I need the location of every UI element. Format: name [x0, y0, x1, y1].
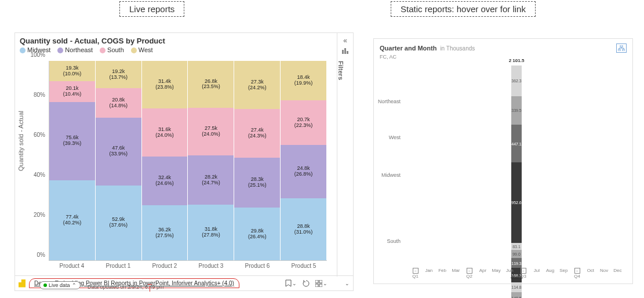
quarter-drill-icon[interactable]: − [521, 268, 526, 274]
bar-column[interactable]: 52.9k(37.6%)47.6k(33.9%)20.8k(14.8%)19.2… [96, 61, 142, 260]
quarter-drill-icon[interactable]: − [467, 268, 472, 274]
bar-segment[interactable]: 31.4k(23.8%) [142, 61, 188, 108]
bar-segment[interactable]: 952.6 [511, 162, 522, 243]
stacked-bar: 394.7140.5114.8 [511, 282, 522, 298]
x-tick: Product 1 [95, 263, 141, 273]
y-tick: 20% [34, 212, 45, 218]
bar-segment[interactable]: 99.0 [511, 250, 522, 258]
stacked-bar-chart[interactable]: 77.4k(40.2%)75.6k(39.3%)20.1k(10.4%)19.3… [49, 61, 327, 261]
bar-segment[interactable]: 20.8k(14.8%) [96, 88, 141, 118]
bar-segment[interactable]: 27.3k(24.2%) [234, 61, 280, 109]
bar-segment[interactable]: 32.4k(24.6%) [142, 157, 188, 206]
bar-segment[interactable]: 83.1 [511, 243, 522, 250]
legend-item[interactable]: Northeast [57, 46, 93, 53]
bar-segment[interactable]: 18.4k(19.9%) [281, 61, 326, 100]
chart-title: Quantity sold - Actual, COGS by Product [15, 33, 353, 46]
x-tick: May [490, 268, 503, 279]
collapse-icon[interactable]: « [337, 37, 353, 45]
svg-rect-5 [315, 284, 318, 287]
filters-pane-collapsed[interactable]: « Filters [337, 33, 353, 277]
bar-segment[interactable]: 47.6k(33.9%) [96, 118, 141, 186]
x-tick: Product 6 [234, 263, 281, 273]
x-tick: Mar [449, 268, 463, 279]
bar-segment[interactable]: 119.3 [511, 258, 522, 268]
bar-segment[interactable]: 75.6k(39.3%) [49, 102, 95, 180]
svg-rect-9 [623, 49, 625, 51]
bar-column[interactable]: 29.8k(26.4%)28.3k(25.1%)27.4k(24.3%)27.3… [234, 61, 281, 260]
y-axis-category-labels: NortheastWestMidwestSouth [374, 66, 404, 265]
bar-segment[interactable]: 362.3 [511, 66, 522, 96]
quarter-drill-icon[interactable]: − [574, 268, 580, 274]
y-tick: 60% [34, 132, 45, 138]
x-axis-ticks: −Q1JanFebMar−Q2AprMayJun−Q3JulAugSep−Q4O… [409, 268, 624, 279]
static-report-card[interactable]: Quarter and Month in Thousands FC, AC No… [373, 38, 633, 284]
bar-column[interactable]: 28.8k(31.0%)24.8k(26.8%)20.7k(22.3%)18.4… [281, 61, 327, 260]
x-axis-ticks: Product 4Product 1Product 2Product 3Prod… [49, 263, 327, 273]
bar-segment[interactable]: 27.5k(24.0%) [188, 108, 234, 156]
bar-segment[interactable]: 339.5 [511, 96, 522, 125]
x-tick: Nov [598, 268, 611, 279]
swatch-midwest [20, 48, 26, 53]
bar-segment[interactable]: 20.7k(22.3%) [281, 100, 326, 145]
bar-segment[interactable]: 140.5 [511, 292, 522, 298]
svg-rect-0 [342, 50, 344, 54]
swatch-south [100, 48, 105, 53]
bar-segment[interactable]: 27.4k(24.3%) [234, 109, 280, 158]
x-tick: Aug [544, 268, 557, 279]
bar-column[interactable]: 31.8k(27.8%)28.2k(24.7%)27.5k(24.0%)26.8… [188, 61, 234, 260]
bars-icon [337, 48, 353, 55]
powerbi-logo-icon [19, 279, 26, 288]
x-tick: Oct [584, 268, 597, 279]
bar-column[interactable]: 952.6447.1339.5362.32 101.5 [409, 66, 624, 243]
bar-segment[interactable]: 29.8k(26.4%) [234, 208, 280, 260]
section-header-live: Live reports [119, 1, 184, 17]
bar-segment[interactable]: 31.8k(27.8%) [188, 205, 234, 260]
bar-segment[interactable]: 19.3k(10.0%) [49, 61, 95, 81]
x-tick: −Q1 [409, 268, 422, 279]
hierarchy-icon[interactable] [616, 43, 627, 53]
reset-button[interactable] [303, 280, 310, 287]
bar-column[interactable]: 77.4k(40.2%)75.6k(39.3%)20.1k(10.4%)19.3… [49, 61, 96, 260]
bar-column[interactable]: 394.7140.5114.8469.5 [409, 282, 624, 298]
svg-rect-7 [620, 45, 623, 47]
y-category-label: West [389, 135, 401, 140]
chart-title: Quarter and Month [380, 45, 436, 52]
x-tick: Product 2 [141, 263, 188, 273]
bar-segment[interactable]: 31.6k(24.0%) [142, 108, 188, 157]
bar-segment[interactable]: 114.8 [511, 282, 522, 292]
layout-button[interactable]: ⌄ [315, 280, 328, 287]
section-header-static: Static reports: hover over for link [391, 1, 536, 17]
bar-segment[interactable]: 19.2k(13.7%) [96, 61, 141, 88]
quarter-drill-icon[interactable]: − [413, 268, 419, 274]
x-tick: Dec [611, 268, 624, 279]
bar-segment[interactable]: 447.1 [511, 125, 522, 162]
x-tick: Feb [436, 268, 449, 279]
more-button[interactable]: ⌄ [345, 281, 350, 286]
bookmark-button[interactable]: ⌄ [285, 279, 297, 287]
x-tick: Sep [557, 268, 570, 279]
bar-segment[interactable]: 52.9k(37.6%) [96, 186, 141, 260]
svg-rect-1 [344, 48, 346, 54]
bar-segment[interactable]: 36.2k(27.5%) [142, 205, 188, 260]
stacked-column-chart[interactable]: 952.6447.1339.5362.32 101.5168.1119.399.… [409, 66, 624, 265]
bar-segment[interactable]: 77.4k(40.2%) [49, 180, 95, 260]
bar-total-label: 2 101.5 [509, 58, 525, 63]
bar-segment[interactable]: 28.8k(31.0%) [281, 198, 326, 260]
x-tick: Product 5 [281, 263, 327, 273]
bar-segment[interactable]: 28.3k(25.1%) [234, 158, 280, 208]
live-data-pill[interactable]: Live data ⌃ [39, 281, 81, 289]
bar-column[interactable]: 36.2k(27.5%)32.4k(24.6%)31.6k(24.0%)31.4… [142, 61, 188, 260]
plot-area: Quantity sold - Actual 0%20%40%60%80%100… [20, 61, 332, 275]
legend-item[interactable]: South [100, 46, 124, 53]
bar-segment[interactable]: 24.8k(26.8%) [281, 145, 326, 198]
live-report-card: Quantity sold - Actual, COGS by Product … [14, 32, 354, 291]
bar-segment[interactable]: 28.2k(24.7%) [188, 155, 234, 205]
svg-rect-2 [347, 51, 348, 54]
bar-segment[interactable]: 20.1k(10.4%) [49, 81, 95, 102]
bar-segment[interactable]: 26.8k(23.5%) [188, 61, 234, 108]
x-tick: Jan [422, 268, 435, 279]
x-tick: Jul [530, 268, 543, 279]
legend-item[interactable]: West [131, 46, 153, 53]
filters-label: Filters [337, 61, 344, 80]
svg-rect-4 [319, 280, 322, 283]
